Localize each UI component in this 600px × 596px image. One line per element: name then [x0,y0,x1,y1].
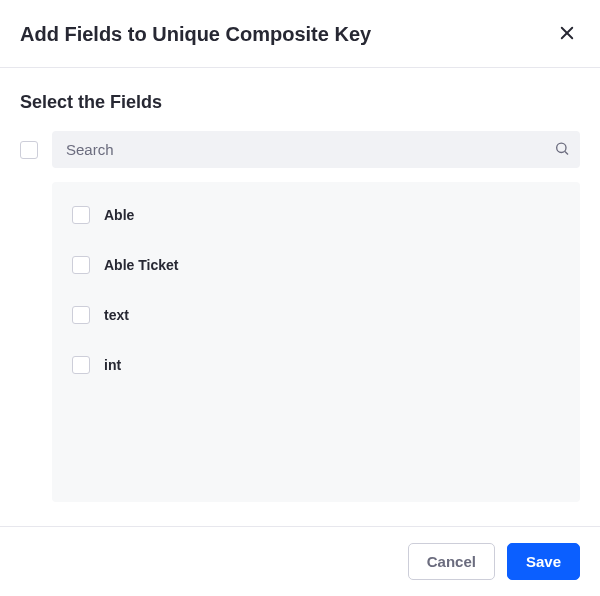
search-button[interactable] [554,140,570,159]
field-label: Able Ticket [104,257,178,273]
svg-point-2 [557,143,566,152]
dialog-footer: Cancel Save [0,526,600,596]
field-checkbox[interactable] [72,356,90,374]
dialog-title: Add Fields to Unique Composite Key [20,23,371,46]
list-item: int [52,340,580,390]
field-checkbox[interactable] [72,306,90,324]
field-label: Able [104,207,134,223]
svg-line-3 [565,151,568,154]
dialog-header: Add Fields to Unique Composite Key [0,0,600,68]
search-icon [554,140,570,159]
field-checkbox[interactable] [72,206,90,224]
cancel-button[interactable]: Cancel [408,543,495,580]
save-button[interactable]: Save [507,543,580,580]
field-label: int [104,357,121,373]
fields-list[interactable]: Able Able Ticket text int [52,182,580,502]
list-item: Able Ticket [52,240,580,290]
dialog-body: Select the Fields Able Able Ticket [0,68,600,526]
search-wrapper [52,131,580,168]
section-title: Select the Fields [20,92,580,113]
search-input[interactable] [52,131,580,168]
list-item: text [52,290,580,340]
list-item: Able [52,190,580,240]
select-all-checkbox[interactable] [20,141,38,159]
close-icon [558,24,576,45]
field-label: text [104,307,129,323]
search-row [20,131,580,168]
field-checkbox[interactable] [72,256,90,274]
close-button[interactable] [554,20,580,49]
